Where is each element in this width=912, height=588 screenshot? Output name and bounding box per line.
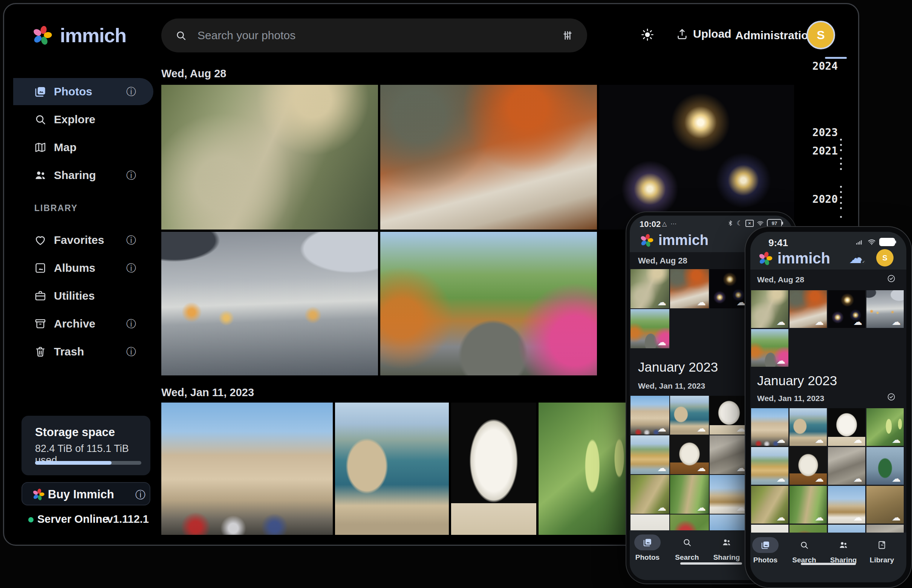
administration-link[interactable]: Administration bbox=[735, 29, 815, 42]
thumb-marble-bust[interactable]: ☁ bbox=[828, 408, 865, 446]
library-icon bbox=[877, 540, 887, 550]
sidebar-item-favorites[interactable]: Favorites ⓘ bbox=[13, 226, 153, 254]
thumb-christmas-tree[interactable]: ☁ bbox=[867, 447, 904, 485]
upload-button[interactable]: Upload bbox=[676, 27, 731, 40]
thumb-autumn-dinner-table[interactable]: ☁ bbox=[670, 269, 709, 309]
thumb-autumn-garden-path[interactable]: ☁ bbox=[751, 329, 788, 367]
nav-item-search[interactable]: Search bbox=[791, 537, 817, 564]
sidebar-item-photos[interactable]: Photos ⓘ bbox=[13, 78, 153, 105]
thumb-lizard-on-moss[interactable]: ☁ bbox=[789, 486, 827, 523]
nav-item-library[interactable]: Library bbox=[868, 537, 895, 564]
info-icon[interactable]: ⓘ bbox=[126, 234, 136, 247]
thumb-fortress-walls[interactable]: ☁ bbox=[751, 408, 788, 446]
photo-sea-grape-berries[interactable] bbox=[539, 402, 628, 535]
thumb-autumn-garden-path[interactable]: ☁ bbox=[631, 309, 669, 348]
home-indicator[interactable] bbox=[801, 563, 856, 565]
server-online-dot bbox=[28, 517, 34, 522]
sidebar-item-sharing[interactable]: Sharing ⓘ bbox=[13, 162, 153, 189]
photo-coastal-fort[interactable] bbox=[335, 402, 449, 535]
nav-item-sharing[interactable]: Sharing bbox=[830, 537, 857, 564]
user-avatar[interactable]: S bbox=[876, 249, 894, 267]
info-icon[interactable]: ⓘ bbox=[135, 488, 145, 502]
thumb-winter-church[interactable]: ☁ bbox=[710, 475, 749, 514]
sidebar-item-label: Trash bbox=[54, 345, 84, 358]
cloud-sync-icon: ☁ bbox=[853, 317, 862, 326]
nav-item-sharing[interactable]: Sharing bbox=[713, 535, 740, 562]
sidebar-item-albums[interactable]: Albums ⓘ bbox=[13, 254, 153, 281]
sync-check-badge: ✓ bbox=[861, 259, 867, 265]
thumb-fireworks[interactable]: ☁ bbox=[710, 269, 749, 309]
nav-item-photos[interactable]: Photos bbox=[752, 537, 779, 564]
sidebar-item-map[interactable]: Map bbox=[13, 134, 153, 161]
photo-autumn-dinner-table[interactable] bbox=[380, 85, 597, 229]
cloud-backup-icon[interactable]: ☁↑✓ bbox=[849, 250, 865, 266]
thumb-sea-grape-berries[interactable]: ☁ bbox=[867, 408, 904, 446]
thumb-stone-sculpture[interactable]: ☁ bbox=[670, 435, 709, 474]
photo-mandrill-zoo[interactable] bbox=[161, 85, 378, 229]
select-all-check-icon[interactable] bbox=[887, 393, 896, 401]
buy-immich-button[interactable]: Buy Immich ⓘ bbox=[21, 482, 150, 506]
timeline-year-2023[interactable]: 2023 bbox=[804, 126, 838, 139]
theme-toggle-button[interactable] bbox=[640, 27, 655, 44]
timeline-position-indicator[interactable] bbox=[825, 57, 847, 59]
thumb-winter-church[interactable]: ☁ bbox=[828, 486, 865, 523]
sidebar-item-label: Albums bbox=[54, 262, 95, 275]
photo-marble-bust[interactable] bbox=[451, 402, 536, 535]
timeline-year-2020[interactable]: 2020 bbox=[804, 193, 838, 205]
thumb-marble-bust[interactable]: ☁ bbox=[710, 396, 749, 435]
cloud-sync-icon: ☁ bbox=[657, 338, 666, 347]
thumb-wooden-bridge[interactable]: ☁ bbox=[867, 486, 904, 523]
user-avatar[interactable]: S bbox=[807, 21, 835, 49]
nav-item-search[interactable]: Search bbox=[674, 535, 700, 562]
thumb-mandrill-zoo[interactable]: ☁ bbox=[751, 290, 788, 328]
photo-fireworks[interactable] bbox=[599, 85, 794, 229]
thumb-stone-sculpture[interactable]: ☁ bbox=[789, 447, 827, 485]
people-icon bbox=[838, 540, 848, 550]
thumb-fortress-walls[interactable]: ☁ bbox=[631, 396, 669, 435]
thumb-ruined-wall[interactable]: ☁ bbox=[828, 447, 865, 485]
thumb-autumn-dinner-table[interactable]: ☁ bbox=[789, 290, 827, 328]
timeline-dot bbox=[840, 168, 842, 170]
thumb-beach-cliff[interactable]: ☁ bbox=[751, 447, 788, 485]
search-input[interactable]: Search your photos bbox=[197, 29, 562, 42]
photo-holding-hands[interactable] bbox=[161, 232, 378, 375]
date-group-header: Wed, Jan 11, 2023 bbox=[757, 394, 824, 403]
library-section-header: LIBRARY bbox=[34, 203, 77, 213]
app-logo[interactable]: immich bbox=[31, 24, 126, 47]
thumb-coastal-fort[interactable]: ☁ bbox=[670, 396, 709, 435]
status-bar-right-icons: ☾ ✕ 97 bbox=[727, 219, 782, 227]
search-bar[interactable]: Search your photos bbox=[161, 18, 587, 52]
timeline-year-2024[interactable]: 2024 bbox=[804, 60, 838, 73]
thumb-lizard-closeup[interactable]: ☁ bbox=[631, 475, 669, 514]
info-icon[interactable]: ⓘ bbox=[126, 262, 136, 275]
cloud-sync-icon: ☁ bbox=[697, 298, 706, 307]
upload-label: Upload bbox=[693, 27, 731, 40]
home-indicator[interactable] bbox=[680, 562, 742, 565]
nav-label: Sharing bbox=[713, 553, 740, 562]
thumb-lizard-on-moss[interactable]: ☁ bbox=[670, 475, 709, 514]
sidebar-item-explore[interactable]: Explore bbox=[13, 106, 153, 133]
thumb-beach-cliff[interactable]: ☁ bbox=[631, 435, 669, 474]
cloud-sync-icon: ☁ bbox=[697, 464, 706, 473]
storage-progress-fill bbox=[35, 461, 111, 465]
info-icon[interactable]: ⓘ bbox=[126, 345, 136, 359]
thumb-coastal-fort[interactable]: ☁ bbox=[789, 408, 827, 446]
sidebar-item-archive[interactable]: Archive ⓘ bbox=[13, 310, 153, 338]
timeline-year-2021[interactable]: 2021 bbox=[804, 145, 838, 157]
select-all-check-icon[interactable] bbox=[887, 274, 896, 283]
sidebar-item-trash[interactable]: Trash ⓘ bbox=[13, 338, 153, 365]
thumb-ruined-wall[interactable]: ☁ bbox=[710, 435, 749, 474]
photo-autumn-garden-path[interactable] bbox=[380, 232, 597, 375]
info-icon[interactable]: ⓘ bbox=[126, 85, 136, 99]
thumb-holding-hands[interactable]: ☁ bbox=[867, 290, 904, 328]
info-icon[interactable]: ⓘ bbox=[126, 169, 136, 182]
sidebar-item-utilities[interactable]: Utilities bbox=[13, 282, 153, 309]
info-icon[interactable]: ⓘ bbox=[126, 317, 136, 331]
brand-wordmark: immich bbox=[778, 250, 830, 267]
filter-sliders-icon[interactable] bbox=[562, 29, 574, 42]
thumb-lizard-closeup[interactable]: ☁ bbox=[751, 486, 788, 523]
photo-fortress-walls[interactable] bbox=[161, 402, 333, 535]
nav-item-photos[interactable]: Photos bbox=[634, 535, 661, 562]
thumb-fireworks[interactable]: ☁ bbox=[828, 290, 865, 328]
thumb-mandrill-zoo[interactable]: ☁ bbox=[631, 269, 669, 309]
